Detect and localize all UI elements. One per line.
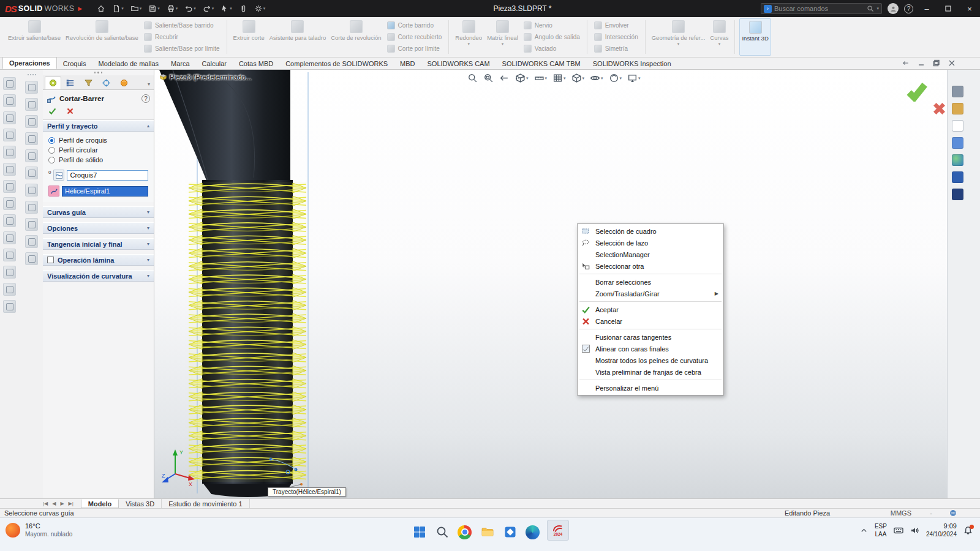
print-button[interactable]: ▾: [164, 2, 181, 15]
toolbar-icon[interactable]: [3, 266, 16, 279]
help-icon[interactable]: ?: [141, 94, 150, 103]
toolbar-icon[interactable]: [25, 218, 38, 231]
tab-marca[interactable]: Marca: [165, 58, 196, 69]
search-scope-icon[interactable]: ›: [764, 5, 772, 13]
search-input[interactable]: [774, 5, 864, 12]
tab-solidworks-cam[interactable]: SOLIDWORKS CAM: [421, 58, 496, 69]
radio-button[interactable]: [48, 137, 55, 144]
radio-button[interactable]: [48, 147, 55, 154]
file-explorer-icon[interactable]: [479, 524, 496, 541]
toolbar-icon[interactable]: [25, 184, 38, 197]
start-button[interactable]: [411, 524, 428, 541]
menu-seleccion-cuadro[interactable]: Selección de cuadro: [578, 225, 723, 237]
tab-calcular[interactable]: Calcular: [196, 58, 233, 69]
toolbar-icon[interactable]: [25, 81, 38, 94]
tabs-overflow-icon[interactable]: ▾: [148, 81, 152, 89]
tab-solidworks-cam-tbm[interactable]: SOLIDWORKS CAM TBM: [496, 58, 587, 69]
tab-modelado-mallas[interactable]: Modelado de mallas: [92, 58, 165, 69]
ribbon-corte-revolucion[interactable]: Corte de revolución: [329, 18, 383, 56]
confirm-cancel-icon[interactable]: [932, 102, 946, 116]
toolbar-icon[interactable]: [3, 231, 16, 244]
menu-personalizar[interactable]: Personalizar el menú: [578, 382, 723, 394]
close-button[interactable]: ×: [962, 1, 978, 17]
path-field[interactable]: Hélice/Espiral1: [62, 186, 148, 197]
menu-mostrar-peines[interactable]: Mostrar todos los peines de curvatura: [578, 354, 723, 366]
model-canvas[interactable]: Y X Z: [154, 70, 552, 498]
custom-properties-icon[interactable]: [952, 171, 963, 183]
attach-button[interactable]: [236, 2, 250, 15]
section-operacion-lamina[interactable]: Operación lámina▾: [43, 254, 154, 266]
tab-dimxpert[interactable]: [98, 77, 115, 89]
menu-cancelar[interactable]: Cancelar: [578, 315, 723, 327]
volume-icon[interactable]: [910, 527, 919, 534]
select-button[interactable]: ▾: [218, 2, 235, 15]
tab-croquis[interactable]: Croquis: [57, 58, 92, 69]
section-opciones[interactable]: Opciones▾: [43, 222, 154, 234]
toolbar-grip[interactable]: [25, 72, 38, 77]
ribbon-interseccion[interactable]: Intersección: [592, 32, 641, 42]
toolbar-icon[interactable]: [25, 149, 38, 162]
feature-tree-root[interactable]: Pieza3 (Predeterminado...: [159, 73, 252, 81]
ribbon-angulo-salida[interactable]: Angulo de salida: [521, 32, 582, 42]
logo-flyout-arrow-icon[interactable]: ▶: [78, 6, 82, 12]
toolbar-icon[interactable]: [25, 235, 38, 248]
confirm-accept-icon[interactable]: [907, 81, 927, 102]
home-task-icon[interactable]: [952, 86, 963, 97]
toolbar-icon[interactable]: [3, 300, 16, 313]
display-style-icon[interactable]: ▾: [570, 72, 587, 84]
design-library-icon[interactable]: [952, 103, 963, 114]
options-gear-button[interactable]: ▾: [252, 2, 268, 15]
tab-displaymanager[interactable]: [116, 77, 132, 89]
section-perfil-trayecto[interactable]: Perfil y trayecto▴: [43, 120, 154, 132]
ribbon-recubrir[interactable]: Recubrir: [141, 32, 222, 42]
section-tangencia[interactable]: Tangencia inicial y final▾: [43, 238, 154, 250]
photos-app-icon[interactable]: [502, 524, 518, 541]
ribbon-corte-recubierto[interactable]: Corte recubierto: [385, 32, 445, 42]
minimize-button[interactable]: –: [919, 1, 935, 17]
language-indicator[interactable]: ESP LAA: [875, 522, 887, 538]
ribbon-simetria[interactable]: Simetría: [592, 44, 641, 53]
menu-seleccionar-otra[interactable]: Seleccionar otra: [578, 260, 723, 272]
appearances-icon[interactable]: [952, 154, 963, 166]
tab-solidworks-inspection[interactable]: SOLIDWORKS Inspection: [587, 58, 677, 69]
toolbar-icon[interactable]: [3, 163, 16, 176]
tab-filter[interactable]: [80, 77, 97, 89]
search-icon[interactable]: [867, 5, 874, 12]
tab-modelo[interactable]: Modelo: [81, 499, 119, 508]
hide-show-items-icon[interactable]: ▾: [588, 72, 605, 84]
toolbar-icon[interactable]: [3, 214, 16, 227]
units-indicator[interactable]: MMGS: [891, 509, 911, 517]
pane-arrow-icon[interactable]: [902, 59, 910, 67]
ribbon-extruir-saliente-base[interactable]: Extruir saliente/base: [6, 18, 62, 56]
search-button[interactable]: [434, 524, 450, 541]
section-view-icon[interactable]: ▾: [513, 72, 530, 84]
command-search[interactable]: › ▾: [761, 3, 882, 14]
file-explorer-icon[interactable]: [952, 120, 963, 132]
ribbon-saliente-base-barrido[interactable]: Saliente/Base barrido: [141, 21, 222, 30]
first-tab-icon[interactable]: |◀: [43, 501, 48, 506]
view-settings-icon[interactable]: ▾: [625, 72, 643, 84]
zoom-area-icon[interactable]: [481, 72, 496, 84]
toolbar-icon[interactable]: [3, 94, 16, 107]
tab-estudio-movimiento[interactable]: Estudio de movimiento 1: [162, 499, 249, 508]
ribbon-asistente-taladro[interactable]: Asistente para taladro: [268, 18, 328, 56]
last-tab-icon[interactable]: ▶|: [69, 501, 74, 506]
tab-vistas-3d[interactable]: Vistas 3D: [119, 499, 162, 508]
ribbon-vaciado[interactable]: Vaciado: [521, 44, 582, 53]
user-avatar[interactable]: [888, 3, 899, 14]
toolbar-icon[interactable]: [3, 129, 16, 141]
next-tab-icon[interactable]: ▶: [60, 501, 64, 506]
section-visualizacion-curvatura[interactable]: Visualización de curvatura▾: [43, 270, 154, 282]
toolbar-icon[interactable]: [3, 249, 16, 261]
menu-selectionmanager[interactable]: SelectionManager: [578, 249, 723, 260]
toolbar-icon[interactable]: [3, 77, 16, 90]
radio-perfil-circular[interactable]: Perfil circular: [48, 145, 148, 155]
tab-cotas-mbd[interactable]: Cotas MBD: [233, 58, 279, 69]
graphics-viewport[interactable]: Y X Z Pieza3 (Predeterminado... ▾ ▾ ▾ ▾ …: [154, 70, 947, 498]
redo-button[interactable]: ▾: [200, 2, 217, 15]
ribbon-redondeo[interactable]: Redondeo▾: [453, 18, 484, 56]
forum-icon[interactable]: [952, 189, 963, 200]
ribbon-corte-limite[interactable]: Corte por límite: [385, 44, 445, 53]
ribbon-nervio[interactable]: Nervio: [521, 21, 582, 30]
thin-feature-checkbox[interactable]: [47, 257, 54, 263]
